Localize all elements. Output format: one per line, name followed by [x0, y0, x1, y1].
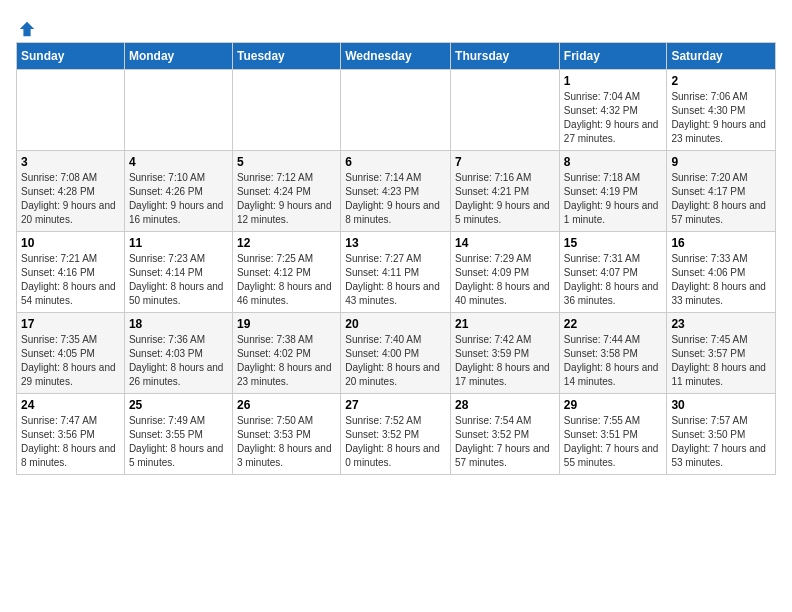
day-header-wednesday: Wednesday — [341, 43, 451, 70]
calendar-cell: 16Sunrise: 7:33 AM Sunset: 4:06 PM Dayli… — [667, 232, 776, 313]
calendar-cell: 22Sunrise: 7:44 AM Sunset: 3:58 PM Dayli… — [559, 313, 667, 394]
day-number: 11 — [129, 236, 228, 250]
logo — [16, 20, 36, 34]
calendar-cell: 4Sunrise: 7:10 AM Sunset: 4:26 PM Daylig… — [124, 151, 232, 232]
day-number: 8 — [564, 155, 663, 169]
calendar-cell: 19Sunrise: 7:38 AM Sunset: 4:02 PM Dayli… — [232, 313, 340, 394]
day-info: Sunrise: 7:40 AM Sunset: 4:00 PM Dayligh… — [345, 333, 446, 389]
day-number: 12 — [237, 236, 336, 250]
day-info: Sunrise: 7:04 AM Sunset: 4:32 PM Dayligh… — [564, 90, 663, 146]
day-info: Sunrise: 7:50 AM Sunset: 3:53 PM Dayligh… — [237, 414, 336, 470]
calendar-cell: 20Sunrise: 7:40 AM Sunset: 4:00 PM Dayli… — [341, 313, 451, 394]
calendar-cell: 27Sunrise: 7:52 AM Sunset: 3:52 PM Dayli… — [341, 394, 451, 475]
calendar-cell: 30Sunrise: 7:57 AM Sunset: 3:50 PM Dayli… — [667, 394, 776, 475]
day-number: 9 — [671, 155, 771, 169]
day-info: Sunrise: 7:44 AM Sunset: 3:58 PM Dayligh… — [564, 333, 663, 389]
day-number: 25 — [129, 398, 228, 412]
day-number: 30 — [671, 398, 771, 412]
day-info: Sunrise: 7:35 AM Sunset: 4:05 PM Dayligh… — [21, 333, 120, 389]
day-info: Sunrise: 7:27 AM Sunset: 4:11 PM Dayligh… — [345, 252, 446, 308]
day-number: 15 — [564, 236, 663, 250]
calendar-cell: 14Sunrise: 7:29 AM Sunset: 4:09 PM Dayli… — [451, 232, 560, 313]
day-info: Sunrise: 7:23 AM Sunset: 4:14 PM Dayligh… — [129, 252, 228, 308]
calendar-cell: 12Sunrise: 7:25 AM Sunset: 4:12 PM Dayli… — [232, 232, 340, 313]
day-info: Sunrise: 7:25 AM Sunset: 4:12 PM Dayligh… — [237, 252, 336, 308]
calendar-cell: 15Sunrise: 7:31 AM Sunset: 4:07 PM Dayli… — [559, 232, 667, 313]
day-number: 24 — [21, 398, 120, 412]
day-info: Sunrise: 7:52 AM Sunset: 3:52 PM Dayligh… — [345, 414, 446, 470]
day-info: Sunrise: 7:33 AM Sunset: 4:06 PM Dayligh… — [671, 252, 771, 308]
day-header-tuesday: Tuesday — [232, 43, 340, 70]
day-info: Sunrise: 7:57 AM Sunset: 3:50 PM Dayligh… — [671, 414, 771, 470]
calendar-cell: 11Sunrise: 7:23 AM Sunset: 4:14 PM Dayli… — [124, 232, 232, 313]
calendar-cell: 28Sunrise: 7:54 AM Sunset: 3:52 PM Dayli… — [451, 394, 560, 475]
day-number: 23 — [671, 317, 771, 331]
day-number: 28 — [455, 398, 555, 412]
day-info: Sunrise: 7:10 AM Sunset: 4:26 PM Dayligh… — [129, 171, 228, 227]
calendar-cell: 2Sunrise: 7:06 AM Sunset: 4:30 PM Daylig… — [667, 70, 776, 151]
calendar-cell: 26Sunrise: 7:50 AM Sunset: 3:53 PM Dayli… — [232, 394, 340, 475]
calendar-cell: 8Sunrise: 7:18 AM Sunset: 4:19 PM Daylig… — [559, 151, 667, 232]
day-info: Sunrise: 7:45 AM Sunset: 3:57 PM Dayligh… — [671, 333, 771, 389]
day-info: Sunrise: 7:54 AM Sunset: 3:52 PM Dayligh… — [455, 414, 555, 470]
day-info: Sunrise: 7:31 AM Sunset: 4:07 PM Dayligh… — [564, 252, 663, 308]
calendar-cell: 29Sunrise: 7:55 AM Sunset: 3:51 PM Dayli… — [559, 394, 667, 475]
calendar-cell: 25Sunrise: 7:49 AM Sunset: 3:55 PM Dayli… — [124, 394, 232, 475]
day-header-friday: Friday — [559, 43, 667, 70]
day-info: Sunrise: 7:16 AM Sunset: 4:21 PM Dayligh… — [455, 171, 555, 227]
calendar-cell — [232, 70, 340, 151]
header — [16, 16, 776, 34]
calendar-cell: 1Sunrise: 7:04 AM Sunset: 4:32 PM Daylig… — [559, 70, 667, 151]
day-info: Sunrise: 7:36 AM Sunset: 4:03 PM Dayligh… — [129, 333, 228, 389]
day-number: 18 — [129, 317, 228, 331]
calendar-cell: 18Sunrise: 7:36 AM Sunset: 4:03 PM Dayli… — [124, 313, 232, 394]
calendar-cell: 23Sunrise: 7:45 AM Sunset: 3:57 PM Dayli… — [667, 313, 776, 394]
day-number: 6 — [345, 155, 446, 169]
calendar-cell: 5Sunrise: 7:12 AM Sunset: 4:24 PM Daylig… — [232, 151, 340, 232]
day-number: 17 — [21, 317, 120, 331]
day-number: 10 — [21, 236, 120, 250]
calendar-cell — [451, 70, 560, 151]
day-number: 7 — [455, 155, 555, 169]
calendar-cell: 9Sunrise: 7:20 AM Sunset: 4:17 PM Daylig… — [667, 151, 776, 232]
calendar-cell: 7Sunrise: 7:16 AM Sunset: 4:21 PM Daylig… — [451, 151, 560, 232]
day-number: 22 — [564, 317, 663, 331]
logo-icon — [18, 20, 36, 38]
day-number: 29 — [564, 398, 663, 412]
day-info: Sunrise: 7:49 AM Sunset: 3:55 PM Dayligh… — [129, 414, 228, 470]
day-number: 2 — [671, 74, 771, 88]
day-number: 14 — [455, 236, 555, 250]
day-number: 19 — [237, 317, 336, 331]
day-number: 21 — [455, 317, 555, 331]
day-info: Sunrise: 7:08 AM Sunset: 4:28 PM Dayligh… — [21, 171, 120, 227]
day-header-saturday: Saturday — [667, 43, 776, 70]
day-info: Sunrise: 7:38 AM Sunset: 4:02 PM Dayligh… — [237, 333, 336, 389]
day-number: 4 — [129, 155, 228, 169]
calendar-cell: 17Sunrise: 7:35 AM Sunset: 4:05 PM Dayli… — [17, 313, 125, 394]
day-info: Sunrise: 7:29 AM Sunset: 4:09 PM Dayligh… — [455, 252, 555, 308]
day-header-sunday: Sunday — [17, 43, 125, 70]
calendar-cell: 10Sunrise: 7:21 AM Sunset: 4:16 PM Dayli… — [17, 232, 125, 313]
day-info: Sunrise: 7:21 AM Sunset: 4:16 PM Dayligh… — [21, 252, 120, 308]
day-number: 5 — [237, 155, 336, 169]
day-number: 26 — [237, 398, 336, 412]
calendar-cell: 24Sunrise: 7:47 AM Sunset: 3:56 PM Dayli… — [17, 394, 125, 475]
day-info: Sunrise: 7:20 AM Sunset: 4:17 PM Dayligh… — [671, 171, 771, 227]
calendar-cell — [17, 70, 125, 151]
calendar-cell: 13Sunrise: 7:27 AM Sunset: 4:11 PM Dayli… — [341, 232, 451, 313]
day-info: Sunrise: 7:18 AM Sunset: 4:19 PM Dayligh… — [564, 171, 663, 227]
day-number: 20 — [345, 317, 446, 331]
calendar-cell: 6Sunrise: 7:14 AM Sunset: 4:23 PM Daylig… — [341, 151, 451, 232]
day-number: 16 — [671, 236, 771, 250]
day-header-thursday: Thursday — [451, 43, 560, 70]
day-number: 13 — [345, 236, 446, 250]
calendar-cell — [341, 70, 451, 151]
day-info: Sunrise: 7:06 AM Sunset: 4:30 PM Dayligh… — [671, 90, 771, 146]
day-number: 27 — [345, 398, 446, 412]
day-number: 1 — [564, 74, 663, 88]
day-info: Sunrise: 7:42 AM Sunset: 3:59 PM Dayligh… — [455, 333, 555, 389]
day-header-monday: Monday — [124, 43, 232, 70]
calendar-cell: 3Sunrise: 7:08 AM Sunset: 4:28 PM Daylig… — [17, 151, 125, 232]
calendar-cell: 21Sunrise: 7:42 AM Sunset: 3:59 PM Dayli… — [451, 313, 560, 394]
day-info: Sunrise: 7:55 AM Sunset: 3:51 PM Dayligh… — [564, 414, 663, 470]
